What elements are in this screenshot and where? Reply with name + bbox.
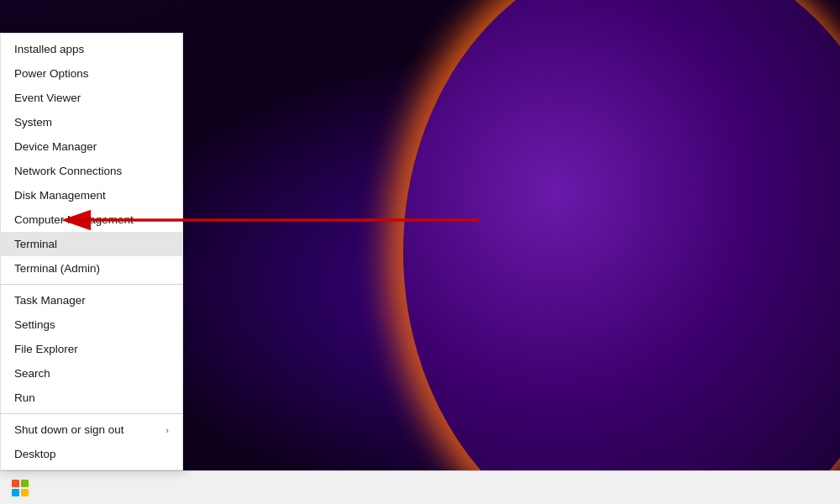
menu-item-disk-management[interactable]: Disk Management: [1, 183, 182, 207]
windows-logo: [12, 480, 29, 496]
menu-item-label-terminal: Terminal: [14, 238, 57, 250]
menu-item-label-network-connections: Network Connections: [14, 165, 122, 177]
menu-item-file-explorer[interactable]: File Explorer: [1, 337, 182, 361]
menu-item-event-viewer[interactable]: Event Viewer: [1, 86, 182, 110]
menu-item-task-manager[interactable]: Task Manager: [1, 288, 182, 312]
menu-divider-shut-down: [1, 413, 182, 414]
start-button[interactable]: [7, 475, 34, 501]
menu-item-label-task-manager: Task Manager: [14, 294, 86, 307]
menu-item-label-settings: Settings: [14, 318, 55, 331]
menu-item-label-file-explorer: File Explorer: [14, 343, 78, 355]
menu-item-label-device-manager: Device Manager: [14, 140, 97, 153]
menu-item-settings[interactable]: Settings: [1, 312, 182, 337]
context-menu: Installed appsPower OptionsEvent ViewerS…: [0, 33, 183, 470]
menu-item-label-computer-management: Computer Management: [14, 213, 134, 226]
taskbar: [0, 470, 840, 504]
menu-item-network-connections[interactable]: Network Connections: [1, 159, 182, 183]
menu-item-label-terminal-admin: Terminal (Admin): [14, 262, 100, 275]
menu-item-label-power-options: Power Options: [14, 67, 89, 80]
submenu-chevron-shut-down: ›: [165, 425, 169, 435]
menu-item-label-shut-down: Shut down or sign out: [14, 423, 124, 436]
menu-item-terminal[interactable]: Terminal: [1, 232, 182, 256]
menu-item-desktop[interactable]: Desktop: [1, 442, 182, 466]
menu-item-installed-apps[interactable]: Installed apps: [1, 37, 182, 61]
menu-item-terminal-admin[interactable]: Terminal (Admin): [1, 256, 182, 281]
menu-item-label-event-viewer: Event Viewer: [14, 92, 81, 104]
menu-item-label-system: System: [14, 116, 52, 129]
menu-item-computer-management[interactable]: Computer Management: [1, 207, 182, 232]
menu-item-system[interactable]: System: [1, 110, 182, 134]
menu-item-label-run: Run: [14, 391, 35, 404]
menu-item-shut-down[interactable]: Shut down or sign out›: [1, 417, 182, 442]
menu-item-label-disk-management: Disk Management: [14, 189, 106, 202]
planet-orb: [403, 0, 840, 470]
menu-item-device-manager[interactable]: Device Manager: [1, 134, 182, 159]
menu-item-label-installed-apps: Installed apps: [14, 43, 84, 55]
menu-divider-task-manager: [1, 284, 182, 285]
menu-item-run[interactable]: Run: [1, 386, 182, 410]
menu-item-label-search: Search: [14, 367, 50, 380]
menu-item-search[interactable]: Search: [1, 361, 182, 386]
menu-item-label-desktop: Desktop: [14, 448, 56, 460]
menu-item-power-options[interactable]: Power Options: [1, 61, 182, 86]
